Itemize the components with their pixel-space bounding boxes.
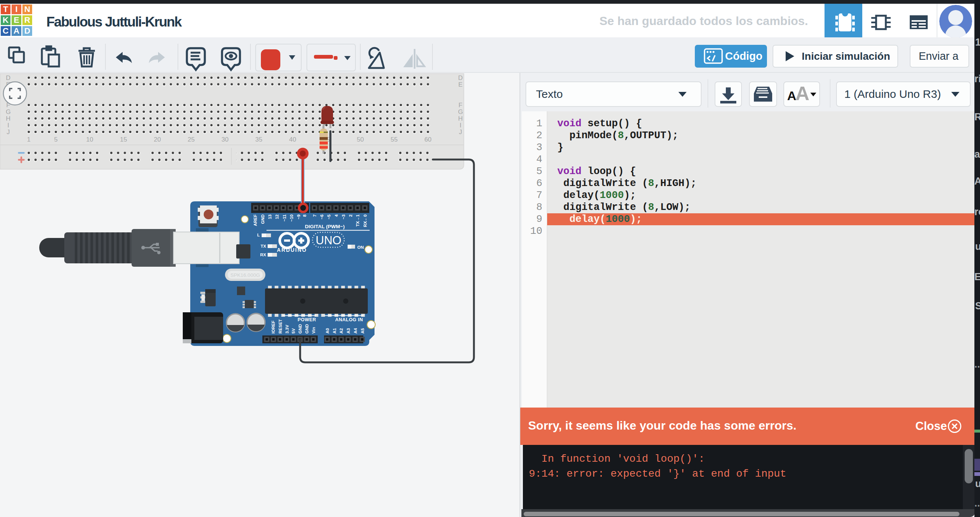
svg-text:2: 2 [348,214,353,217]
svg-text:I: I [460,122,461,129]
svg-text:DIGITAL (PWM~): DIGITAL (PWM~) [305,224,345,229]
svg-text:AREF: AREF [253,214,258,226]
svg-text:SPK16.000G: SPK16.000G [231,272,260,278]
svg-text:~11: ~11 [282,214,287,221]
svg-text:F: F [458,101,462,109]
svg-text:ARDUINO: ARDUINO [277,247,307,253]
svg-text:J: J [7,128,10,136]
svg-text:RX: RX [260,252,266,257]
svg-text:E: E [458,81,462,88]
svg-text:RESET: RESET [278,319,283,334]
svg-text:Iniciar simulación: Iniciar simulación [802,51,890,62]
svg-text:L: L [257,233,260,237]
svg-text:J: J [459,128,462,136]
svg-text:ANALOG IN: ANALOG IN [335,317,363,322]
svg-text:G: G [6,108,11,116]
svg-text:1: 1 [27,136,30,143]
svg-text:60: 60 [424,136,431,143]
svg-text:D: D [458,75,463,81]
svg-text:UNO: UNO [316,234,342,247]
svg-text:H: H [6,115,11,122]
svg-text:~6: ~6 [320,214,324,219]
svg-text:7: 7 [312,214,317,217]
svg-text:25: 25 [188,136,195,143]
svg-text:~9: ~9 [296,214,301,219]
svg-text:POWER: POWER [298,317,316,322]
svg-text:Código: Código [725,50,762,62]
svg-text:10: 10 [86,136,93,143]
svg-text:12: 12 [275,214,279,219]
svg-text:A5: A5 [360,328,365,334]
svg-text:30: 30 [221,136,228,143]
svg-text:A1: A1 [332,328,337,334]
svg-text:40: 40 [289,136,296,143]
svg-text:TX: TX [261,244,266,248]
svg-text:A: A [795,82,810,104]
svg-text:~5: ~5 [327,214,331,219]
svg-text:15: 15 [120,136,127,143]
svg-text:RX←0: RX←0 [363,214,368,227]
svg-text:I: I [8,122,10,129]
svg-text:20: 20 [154,136,161,143]
svg-text:GND: GND [298,324,302,334]
svg-text:Vin: Vin [311,327,316,334]
svg-text:A0: A0 [325,328,330,334]
svg-text:13: 13 [267,214,272,219]
svg-text:35: 35 [255,136,262,143]
svg-text:GND: GND [261,214,265,224]
svg-text:GND: GND [305,324,309,334]
svg-text:H: H [458,115,463,122]
svg-text:5V: 5V [291,328,296,334]
svg-text:A4: A4 [353,328,358,334]
svg-text:50: 50 [356,136,364,143]
svg-text:3.3V: 3.3V [285,325,289,334]
svg-text:D: D [6,75,11,81]
svg-text:A3: A3 [346,328,351,334]
svg-text:G: G [458,108,463,116]
svg-text:IOREF: IOREF [271,320,275,334]
svg-text:55: 55 [391,136,398,143]
svg-text:A: A [787,89,797,103]
svg-text:~10: ~10 [289,214,294,222]
svg-text:A2: A2 [339,328,344,334]
svg-text:5: 5 [54,136,57,143]
svg-text:Enviar a: Enviar a [919,50,959,62]
svg-text:TX→1: TX→1 [355,214,360,226]
svg-text:ON: ON [357,245,364,249]
svg-text:8: 8 [302,214,307,217]
svg-text:4: 4 [334,214,339,217]
svg-text:~3: ~3 [341,214,346,219]
